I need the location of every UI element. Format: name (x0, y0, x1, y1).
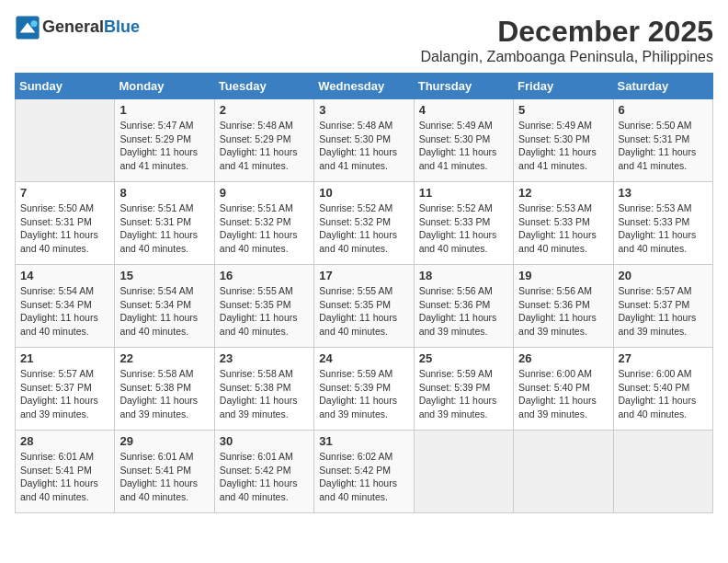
logo: GeneralBlue (15, 15, 140, 40)
day-number: 20 (619, 269, 708, 282)
calendar-cell: 24Sunrise: 5:59 AMSunset: 5:39 PMDayligh… (314, 348, 414, 431)
calendar-week-2: 7Sunrise: 5:50 AMSunset: 5:31 PMDaylight… (16, 182, 713, 265)
day-info: Sunrise: 5:55 AMSunset: 5:35 PMDaylight:… (220, 284, 309, 339)
day-info: Sunrise: 5:56 AMSunset: 5:36 PMDaylight:… (518, 284, 608, 339)
calendar-cell: 16Sunrise: 5:55 AMSunset: 5:35 PMDayligh… (214, 265, 313, 348)
calendar-cell: 4Sunrise: 5:49 AMSunset: 5:30 PMDaylight… (414, 99, 513, 182)
day-info: Sunrise: 5:48 AMSunset: 5:30 PMDaylight:… (319, 119, 408, 173)
day-info: Sunrise: 5:52 AMSunset: 5:32 PMDaylight:… (319, 201, 408, 256)
calendar-cell: 2Sunrise: 5:48 AMSunset: 5:29 PMDaylight… (214, 99, 313, 182)
day-info: Sunrise: 5:51 AMSunset: 5:31 PMDaylight:… (119, 201, 209, 256)
day-info: Sunrise: 5:53 AMSunset: 5:33 PMDaylight:… (518, 201, 608, 256)
calendar-cell: 1Sunrise: 5:47 AMSunset: 5:29 PMDaylight… (115, 99, 214, 182)
day-number: 9 (220, 186, 309, 200)
day-number: 22 (119, 351, 209, 365)
day-info: Sunrise: 5:57 AMSunset: 5:37 PMDaylight:… (619, 284, 708, 339)
day-info: Sunrise: 5:54 AMSunset: 5:34 PMDaylight:… (119, 284, 209, 339)
day-info: Sunrise: 6:01 AMSunset: 5:41 PMDaylight:… (119, 450, 209, 504)
day-number: 1 (119, 103, 209, 117)
calendar-cell: 19Sunrise: 5:56 AMSunset: 5:36 PMDayligh… (514, 265, 613, 348)
calendar-cell: 27Sunrise: 6:00 AMSunset: 5:40 PMDayligh… (613, 348, 712, 431)
day-number: 17 (319, 269, 408, 282)
col-header-monday: Monday (115, 74, 214, 99)
calendar-cell: 29Sunrise: 6:01 AMSunset: 5:41 PMDayligh… (115, 431, 214, 513)
calendar-week-4: 21Sunrise: 5:57 AMSunset: 5:37 PMDayligh… (16, 348, 713, 431)
calendar-cell: 23Sunrise: 5:58 AMSunset: 5:38 PMDayligh… (214, 348, 313, 431)
logo-icon (15, 15, 40, 40)
calendar-cell: 15Sunrise: 5:54 AMSunset: 5:34 PMDayligh… (115, 265, 214, 348)
day-info: Sunrise: 5:58 AMSunset: 5:38 PMDaylight:… (220, 367, 309, 421)
day-number: 5 (518, 103, 608, 117)
calendar-cell: 5Sunrise: 5:49 AMSunset: 5:30 PMDaylight… (514, 99, 613, 182)
day-number: 4 (419, 103, 508, 117)
day-number: 27 (619, 351, 708, 365)
calendar-cell: 10Sunrise: 5:52 AMSunset: 5:32 PMDayligh… (314, 182, 414, 265)
calendar-week-1: 1Sunrise: 5:47 AMSunset: 5:29 PMDaylight… (16, 99, 713, 182)
calendar-cell: 25Sunrise: 5:59 AMSunset: 5:39 PMDayligh… (414, 348, 513, 431)
location-title: Dalangin, Zamboanga Peninsula, Philippin… (421, 49, 713, 65)
day-number: 25 (419, 351, 508, 365)
day-info: Sunrise: 5:54 AMSunset: 5:34 PMDaylight:… (20, 284, 109, 339)
calendar-cell: 31Sunrise: 6:02 AMSunset: 5:42 PMDayligh… (314, 431, 414, 513)
col-header-tuesday: Tuesday (214, 74, 313, 99)
calendar-cell: 9Sunrise: 5:51 AMSunset: 5:32 PMDaylight… (214, 182, 313, 265)
col-header-saturday: Saturday (613, 74, 712, 99)
day-number: 11 (419, 186, 508, 200)
page-header: GeneralBlue December 2025 Dalangin, Zamb… (15, 15, 713, 65)
day-info: Sunrise: 5:51 AMSunset: 5:32 PMDaylight:… (220, 201, 309, 256)
day-info: Sunrise: 6:01 AMSunset: 5:42 PMDaylight:… (220, 450, 309, 504)
day-number: 19 (518, 269, 608, 282)
calendar-cell: 18Sunrise: 5:56 AMSunset: 5:36 PMDayligh… (414, 265, 513, 348)
day-number: 13 (619, 186, 708, 200)
calendar-cell (514, 431, 613, 513)
calendar-cell: 26Sunrise: 6:00 AMSunset: 5:40 PMDayligh… (514, 348, 613, 431)
day-number: 7 (20, 186, 109, 200)
col-header-wednesday: Wednesday (314, 74, 414, 99)
day-number: 29 (119, 434, 209, 448)
day-info: Sunrise: 5:50 AMSunset: 5:31 PMDaylight:… (619, 119, 708, 173)
col-header-sunday: Sunday (16, 74, 115, 99)
svg-point-2 (31, 20, 38, 27)
month-title: December 2025 (421, 15, 713, 49)
calendar-cell: 28Sunrise: 6:01 AMSunset: 5:41 PMDayligh… (16, 431, 115, 513)
calendar-cell: 17Sunrise: 5:55 AMSunset: 5:35 PMDayligh… (314, 265, 414, 348)
day-info: Sunrise: 5:48 AMSunset: 5:29 PMDaylight:… (220, 119, 309, 173)
day-number: 12 (518, 186, 608, 200)
calendar-cell: 12Sunrise: 5:53 AMSunset: 5:33 PMDayligh… (514, 182, 613, 265)
calendar-cell: 30Sunrise: 6:01 AMSunset: 5:42 PMDayligh… (214, 431, 313, 513)
calendar-cell: 13Sunrise: 5:53 AMSunset: 5:33 PMDayligh… (613, 182, 712, 265)
day-number: 6 (619, 103, 708, 117)
day-info: Sunrise: 5:50 AMSunset: 5:31 PMDaylight:… (20, 201, 109, 256)
calendar-cell: 14Sunrise: 5:54 AMSunset: 5:34 PMDayligh… (16, 265, 115, 348)
calendar-week-3: 14Sunrise: 5:54 AMSunset: 5:34 PMDayligh… (16, 265, 713, 348)
title-block: December 2025 Dalangin, Zamboanga Penins… (421, 15, 713, 65)
calendar-cell: 7Sunrise: 5:50 AMSunset: 5:31 PMDaylight… (16, 182, 115, 265)
day-info: Sunrise: 5:56 AMSunset: 5:36 PMDaylight:… (419, 284, 508, 339)
day-info: Sunrise: 6:01 AMSunset: 5:41 PMDaylight:… (20, 450, 109, 504)
day-info: Sunrise: 6:00 AMSunset: 5:40 PMDaylight:… (619, 367, 708, 421)
day-info: Sunrise: 5:52 AMSunset: 5:33 PMDaylight:… (419, 201, 508, 256)
day-info: Sunrise: 5:59 AMSunset: 5:39 PMDaylight:… (419, 367, 508, 421)
day-number: 31 (319, 434, 408, 448)
day-number: 28 (20, 434, 109, 448)
day-info: Sunrise: 6:00 AMSunset: 5:40 PMDaylight:… (518, 367, 608, 421)
calendar-cell: 6Sunrise: 5:50 AMSunset: 5:31 PMDaylight… (613, 99, 712, 182)
day-number: 26 (518, 351, 608, 365)
day-number: 8 (119, 186, 209, 200)
day-number: 24 (319, 351, 408, 365)
calendar-table: SundayMondayTuesdayWednesdayThursdayFrid… (15, 73, 713, 513)
calendar-cell: 22Sunrise: 5:58 AMSunset: 5:38 PMDayligh… (115, 348, 214, 431)
calendar-cell (414, 431, 513, 513)
day-number: 21 (20, 351, 109, 365)
logo-text: GeneralBlue (42, 18, 140, 37)
calendar-cell (613, 431, 712, 513)
day-info: Sunrise: 5:49 AMSunset: 5:30 PMDaylight:… (518, 119, 608, 173)
col-header-thursday: Thursday (414, 74, 513, 99)
day-number: 23 (220, 351, 309, 365)
day-info: Sunrise: 5:55 AMSunset: 5:35 PMDaylight:… (319, 284, 408, 339)
day-number: 30 (220, 434, 309, 448)
calendar-cell: 8Sunrise: 5:51 AMSunset: 5:31 PMDaylight… (115, 182, 214, 265)
day-info: Sunrise: 5:53 AMSunset: 5:33 PMDaylight:… (619, 201, 708, 256)
day-number: 14 (20, 269, 109, 282)
calendar-cell: 20Sunrise: 5:57 AMSunset: 5:37 PMDayligh… (613, 265, 712, 348)
